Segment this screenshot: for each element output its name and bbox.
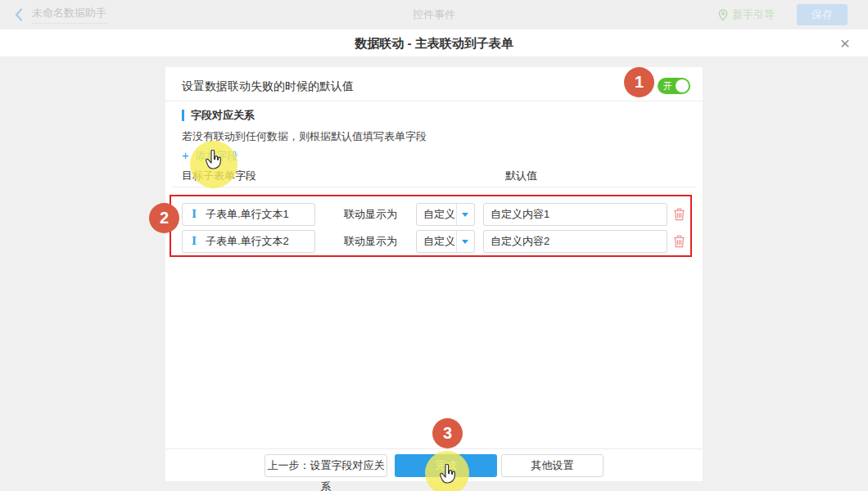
chevron-down-icon <box>456 204 474 225</box>
dialog-titlebar: 数据联动 - 主表联动到子表单 × <box>0 29 868 57</box>
default-value-input[interactable] <box>483 203 667 226</box>
topbar: 未命名数据助手 控件事件 新手引导 保存 <box>0 0 868 29</box>
target-field-input[interactable] <box>182 203 315 226</box>
divider <box>165 448 703 449</box>
link-display-label: 联动显示为 <box>344 203 397 226</box>
beginner-guide-button[interactable]: 新手引导 <box>718 0 775 29</box>
pin-icon <box>718 9 728 21</box>
other-settings-button[interactable]: 其他设置 <box>501 454 604 477</box>
annotation-badge-3: 3 <box>432 418 463 448</box>
previous-step-button[interactable]: 上一步：设置字段对应关系 <box>264 454 387 477</box>
hand-cursor-icon <box>439 464 457 485</box>
divider <box>165 101 703 101</box>
target-field-input[interactable] <box>182 230 315 253</box>
link-display-label: 联动显示为 <box>344 230 397 253</box>
field-mapping-section-title: 字段对应关系 <box>182 110 255 121</box>
chevron-down-icon <box>456 231 474 252</box>
mode-select[interactable]: 自定义 <box>416 203 475 226</box>
default-value-toggle[interactable]: 开 <box>658 78 690 94</box>
mode-select-value: 自定义 <box>423 231 455 252</box>
trash-icon[interactable] <box>673 208 686 222</box>
mode-select[interactable]: 自定义 <box>416 230 475 253</box>
default-value-setting-label: 设置数据联动失败的时候的默认值 <box>182 78 354 94</box>
dialog-title: 数据联动 - 主表联动到子表单 <box>0 29 868 56</box>
divider <box>172 187 696 187</box>
hand-cursor-icon <box>205 150 223 171</box>
dialog-panel: 设置数据联动失败的时候的默认值 开 字段对应关系 若没有联动到任何数据，则根据默… <box>165 67 703 481</box>
column-header-default-value: 默认值 <box>505 169 537 183</box>
toggle-knob <box>676 79 689 92</box>
target-field-input-wrap: I <box>182 203 315 226</box>
default-value-input[interactable] <box>483 230 667 253</box>
mode-select-value: 自定义 <box>423 204 455 225</box>
plus-icon: + <box>182 148 189 162</box>
target-field-input-wrap: I <box>182 230 315 253</box>
text-field-icon: I <box>189 208 199 221</box>
guide-label: 新手引导 <box>732 7 775 22</box>
screen: 未命名数据助手 控件事件 新手引导 保存 数据联动 - 主表联动到子表单 × 设… <box>0 0 868 491</box>
trash-icon[interactable] <box>673 235 686 249</box>
mapping-row: I 联动显示为 自定义 <box>165 230 703 253</box>
close-icon[interactable]: × <box>840 32 850 55</box>
annotation-badge-1: 1 <box>624 67 654 97</box>
toggle-on-label: 开 <box>663 78 672 94</box>
mapping-row: I 联动显示为 自定义 <box>165 203 703 226</box>
save-button[interactable]: 保存 <box>797 4 848 25</box>
text-field-icon: I <box>189 235 199 248</box>
annotation-badge-2: 2 <box>149 203 179 233</box>
